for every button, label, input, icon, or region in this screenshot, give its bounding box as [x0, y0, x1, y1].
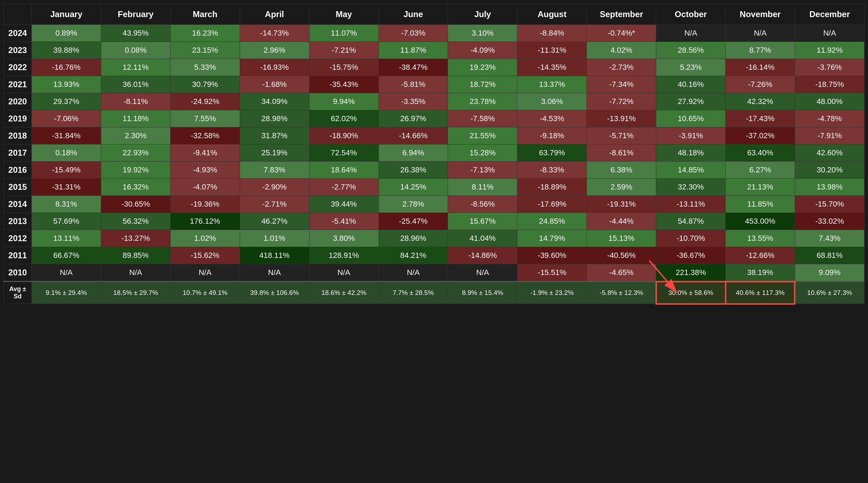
year-cell: 2016 — [4, 162, 32, 179]
data-cell: 40.16% — [656, 76, 726, 93]
data-cell: 42.32% — [726, 93, 795, 110]
data-cell: 7.55% — [170, 110, 240, 127]
data-cell: -30.65% — [101, 196, 170, 213]
year-cell: 2019 — [4, 110, 32, 127]
data-cell: -14.86% — [448, 247, 517, 264]
data-cell: -13.91% — [587, 110, 656, 127]
data-cell: 3.10% — [448, 25, 517, 42]
year-cell: 2013 — [4, 213, 32, 230]
data-cell: 23.15% — [170, 42, 240, 59]
data-cell: -40.56% — [587, 247, 656, 264]
data-cell: 56.32% — [101, 213, 170, 230]
year-cell: 2021 — [4, 76, 32, 93]
avg-row: Avg ± Sd9.1% ± 29.4%18.5% ± 29.7%10.7% ±… — [4, 282, 865, 304]
table-row: 2018-31.84%2.30%-32.58%31.87%-18.90%-14.… — [4, 127, 865, 144]
data-cell: -24.92% — [170, 93, 240, 110]
data-cell: 66.67% — [32, 247, 101, 264]
table-row: 2016-15.49%19.92%-4.93%7.83%18.64%26.38%… — [4, 162, 865, 179]
data-cell: 2.30% — [101, 127, 170, 144]
data-cell: -15.51% — [517, 264, 587, 282]
data-cell: 21.13% — [726, 179, 795, 196]
sep-header: September — [587, 4, 656, 25]
data-cell: -12.66% — [726, 247, 795, 264]
data-cell: -14.35% — [517, 59, 587, 76]
avg-cell: 7.7% ± 28.5% — [379, 282, 448, 304]
table-row: 2015-31.31%16.32%-4.07%-2.90%-2.77%14.25… — [4, 179, 865, 196]
data-cell: 43.95% — [101, 25, 170, 42]
year-header — [4, 4, 32, 25]
data-cell: 176.12% — [170, 213, 240, 230]
data-cell: -8.61% — [587, 144, 656, 162]
data-cell: N/A — [101, 264, 170, 282]
year-cell: 2023 — [4, 42, 32, 59]
table-row: 20240.89%43.95%16.23%-14.73%11.07%-7.03%… — [4, 25, 865, 42]
data-cell: 89.85% — [101, 247, 170, 264]
avg-cell: 10.7% ± 49.1% — [170, 282, 240, 304]
data-cell: 10.65% — [656, 110, 726, 127]
data-cell: -25.47% — [379, 213, 448, 230]
data-cell: -31.84% — [32, 127, 101, 144]
data-cell: -14.66% — [379, 127, 448, 144]
data-cell: -16.93% — [240, 59, 309, 76]
data-cell: 26.97% — [379, 110, 448, 127]
data-cell: -7.26% — [726, 76, 795, 93]
data-cell: 128.91% — [309, 247, 379, 264]
data-cell: 13.11% — [32, 230, 101, 247]
data-cell: 4.02% — [587, 42, 656, 59]
table-row: 201166.67%89.85%-15.62%418.11%128.91%84.… — [4, 247, 865, 264]
year-cell: 2017 — [4, 144, 32, 162]
data-cell: -16.76% — [32, 59, 101, 76]
data-cell: -7.72% — [587, 93, 656, 110]
data-cell: N/A — [240, 264, 309, 282]
data-cell: 13.37% — [517, 76, 587, 93]
data-cell: 28.98% — [240, 110, 309, 127]
oct-header: October — [656, 4, 726, 25]
data-cell: 30.79% — [170, 76, 240, 93]
data-cell: 25.19% — [240, 144, 309, 162]
data-cell: 13.98% — [795, 179, 864, 196]
avg-cell: 8.9% ± 15.4% — [448, 282, 517, 304]
data-cell: -11.31% — [517, 42, 587, 59]
data-cell: -15.75% — [309, 59, 379, 76]
jan-header: January — [32, 4, 101, 25]
data-cell: -7.21% — [309, 42, 379, 59]
data-cell: 29.37% — [32, 93, 101, 110]
data-cell: 31.87% — [240, 127, 309, 144]
avg-cell: 9.1% ± 29.4% — [32, 282, 101, 304]
data-cell: 13.93% — [32, 76, 101, 93]
mar-header: March — [170, 4, 240, 25]
data-cell: -7.13% — [448, 162, 517, 179]
data-cell: 11.92% — [795, 42, 864, 59]
table-row: 201357.69%56.32%176.12%46.27%-5.41%-25.4… — [4, 213, 865, 230]
data-cell: -16.14% — [726, 59, 795, 76]
data-cell: 1.02% — [170, 230, 240, 247]
data-cell: 6.27% — [726, 162, 795, 179]
avg-cell: 40.6% ± 117.3% — [726, 282, 795, 304]
data-cell: -33.02% — [795, 213, 864, 230]
data-cell: N/A — [309, 264, 379, 282]
data-cell: 68.81% — [795, 247, 864, 264]
data-cell: 8.77% — [726, 42, 795, 59]
main-container: January February March April May June Ju… — [0, 0, 868, 307]
data-cell: -7.91% — [795, 127, 864, 144]
data-cell: -2.77% — [309, 179, 379, 196]
data-cell: 57.69% — [32, 213, 101, 230]
data-cell: -13.27% — [101, 230, 170, 247]
data-cell: 46.27% — [240, 213, 309, 230]
data-cell: -3.76% — [795, 59, 864, 76]
table-row: 2010N/AN/AN/AN/AN/AN/AN/A-15.51%-4.65%22… — [4, 264, 865, 282]
data-cell: 48.18% — [656, 144, 726, 162]
data-cell: 0.08% — [101, 42, 170, 59]
data-cell: N/A — [448, 264, 517, 282]
may-header: May — [309, 4, 379, 25]
table-row: 202339.88%0.08%23.15%2.96%-7.21%11.87%-4… — [4, 42, 865, 59]
data-cell: 6.38% — [587, 162, 656, 179]
data-cell: 9.94% — [309, 93, 379, 110]
data-cell: 11.18% — [101, 110, 170, 127]
data-cell: -2.73% — [587, 59, 656, 76]
data-cell: 3.06% — [517, 93, 587, 110]
data-cell: N/A — [379, 264, 448, 282]
header-row: January February March April May June Ju… — [4, 4, 865, 25]
data-cell: 26.38% — [379, 162, 448, 179]
year-cell: 2015 — [4, 179, 32, 196]
